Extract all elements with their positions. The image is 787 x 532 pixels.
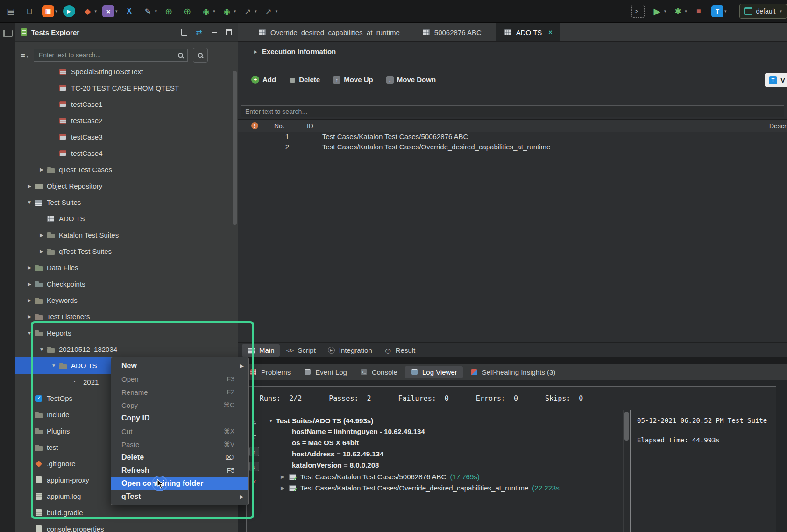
- tree-item[interactable]: ▶ Object Repository: [15, 178, 238, 194]
- menu-item[interactable]: Copy ID: [111, 412, 248, 425]
- log-testcase-row[interactable]: ▶ Test Cases/Katalon Test Cases/Override…: [281, 482, 617, 493]
- dropdown-caret-icon[interactable]: ▾: [115, 9, 118, 14]
- tab-integration[interactable]: Integration: [322, 344, 377, 357]
- tab-main[interactable]: Main: [242, 344, 280, 357]
- tab-override-desired-capabilities[interactable]: Override_desired_capabilities_at_runtime: [250, 23, 414, 41]
- move-up-button[interactable]: Move Up: [333, 76, 373, 84]
- tree-item[interactable]: ▶ Keywords: [15, 292, 238, 308]
- tree-item[interactable]: ADO TS: [15, 210, 238, 227]
- maximize-icon[interactable]: [225, 28, 233, 36]
- menu-item[interactable]: New ▶: [111, 359, 248, 372]
- clear-log-icon[interactable]: ×: [249, 476, 259, 486]
- expand-arrow-icon[interactable]: ▶: [281, 474, 288, 479]
- tree-item[interactable]: ▶ qTest Test Suites: [15, 243, 238, 259]
- menu-item[interactable]: Refresh F5: [111, 464, 248, 477]
- tab-console[interactable]: Console: [355, 366, 403, 378]
- spy-web-icon[interactable]: ⊕: [163, 5, 176, 17]
- export-report-icon[interactable]: ↗ ▾: [241, 5, 257, 17]
- expand-arrow-icon[interactable]: ▶: [25, 183, 34, 189]
- dropdown-caret-icon[interactable]: ▾: [213, 9, 215, 14]
- move-down-button[interactable]: Move Down: [386, 76, 436, 84]
- tree-item[interactable]: ▼ Test Suites: [15, 194, 238, 210]
- tree-item[interactable]: ▶ Test Listeners: [15, 308, 238, 325]
- tab-problems[interactable]: Problems: [244, 366, 296, 378]
- expand-all-icon[interactable]: ⇵: [249, 432, 259, 441]
- tab-event-log[interactable]: Event Log: [298, 366, 353, 378]
- testops-purple-icon[interactable]: × ▾: [102, 5, 118, 17]
- tab-self-healing-insights[interactable]: Self-healing Insights (3): [465, 366, 561, 378]
- explorer-scrollbar[interactable]: [233, 71, 237, 225]
- menu-item[interactable]: Copy ⌘C: [111, 399, 248, 412]
- test-case-search-input[interactable]: [241, 105, 784, 117]
- log-testcase-row[interactable]: ▶ Test Cases/Katalon Test Cases/50062876…: [281, 471, 617, 482]
- collapse-arrow-icon[interactable]: [254, 49, 257, 54]
- expand-arrow-icon[interactable]: ▼: [49, 363, 58, 368]
- link-with-editor-icon[interactable]: [180, 28, 188, 36]
- tab-script[interactable]: Script: [281, 344, 321, 357]
- expand-arrow-icon[interactable]: ▶: [37, 167, 46, 172]
- tab-ado-ts[interactable]: ADO TS ×: [496, 23, 560, 41]
- menu-item[interactable]: Open containing folder: [111, 477, 248, 490]
- delete-button[interactable]: Delete: [289, 76, 320, 84]
- expand-arrow-icon[interactable]: ▶: [37, 249, 46, 254]
- add-button[interactable]: Add: [251, 76, 276, 84]
- expand-arrow-icon[interactable]: ▶: [25, 281, 34, 287]
- refresh-icon[interactable]: ⇄: [195, 28, 203, 36]
- clipboard-icon[interactable]: ▤: [5, 5, 18, 17]
- close-tab-icon[interactable]: ×: [548, 28, 552, 36]
- previous-item-icon[interactable]: ↑: [249, 447, 259, 456]
- tree-item[interactable]: build.gradle: [15, 504, 238, 521]
- record-mobile-icon[interactable]: ◉ ▾: [221, 5, 236, 17]
- workspace-panel-icon[interactable]: [3, 30, 13, 37]
- menu-item[interactable]: Paste ⌘V: [111, 438, 248, 451]
- execution-information-section[interactable]: Execution Information: [254, 48, 336, 56]
- tree-item[interactable]: ▼ Reports: [15, 325, 238, 341]
- terminal-icon[interactable]: >_: [631, 5, 645, 18]
- menu-item[interactable]: qTest ▶: [111, 490, 248, 503]
- debug-icon[interactable]: ✱ ▾: [672, 5, 687, 17]
- tree-item[interactable]: ▶ Katalon Test Suites: [15, 227, 238, 243]
- tree-item[interactable]: console.properties: [15, 521, 238, 532]
- dropdown-caret-icon[interactable]: ▾: [685, 9, 687, 14]
- tree-item[interactable]: TC-20 TEST CASE FROM QTEST: [15, 80, 238, 96]
- export-package-icon[interactable]: ↗ ▾: [262, 5, 278, 17]
- next-item-icon[interactable]: ↓: [249, 462, 259, 471]
- dropdown-caret-icon[interactable]: ▾: [234, 9, 236, 14]
- testops-icon[interactable]: T ▾: [711, 5, 727, 17]
- tree-item[interactable]: testCase1: [15, 96, 238, 112]
- spy-mobile-icon[interactable]: ⊕: [181, 5, 194, 17]
- table-row[interactable]: 1 Test Cases/Katalon Test Cases/50062876…: [238, 131, 787, 141]
- dropdown-caret-icon[interactable]: ▾: [95, 9, 97, 14]
- dropdown-caret-icon[interactable]: ▾: [155, 9, 157, 14]
- trash-icon[interactable]: ⊔: [23, 5, 36, 17]
- menu-item[interactable]: Cut ⌘X: [111, 425, 248, 438]
- tree-item[interactable]: ▶ Checkpoints: [15, 276, 238, 292]
- git-commit-icon[interactable]: ◆ ▾: [82, 5, 97, 17]
- expand-arrow-icon[interactable]: ▶: [281, 485, 288, 490]
- table-row[interactable]: 2 Test Cases/Katalon Test Cases/Override…: [238, 141, 787, 152]
- xray-icon[interactable]: X: [123, 5, 136, 17]
- tree-item[interactable]: testCase4: [15, 145, 238, 161]
- expand-arrow-icon[interactable]: ▶: [25, 265, 34, 270]
- stop-icon[interactable]: ■: [693, 5, 706, 17]
- tab-result[interactable]: Result: [378, 344, 421, 357]
- dropdown-caret-icon[interactable]: ▾: [724, 9, 727, 14]
- send-feedback-icon[interactable]: ▶: [63, 5, 76, 17]
- expand-arrow-icon[interactable]: ▶: [25, 298, 34, 303]
- dropdown-caret-icon[interactable]: ▾: [55, 9, 57, 14]
- filter-icon[interactable]: [21, 51, 28, 59]
- search-input[interactable]: [34, 49, 188, 62]
- profile-selector[interactable]: default ▾: [739, 4, 787, 19]
- menu-item[interactable]: Open F3: [111, 372, 248, 385]
- collapse-all-icon[interactable]: ⇅: [249, 418, 259, 427]
- column-header-id[interactable]: ID: [304, 120, 766, 132]
- record-web-icon[interactable]: ◉ ▾: [200, 5, 215, 17]
- column-header-no[interactable]: No.: [271, 120, 304, 132]
- dropdown-caret-icon[interactable]: ▾: [255, 9, 257, 14]
- katalon-project-icon[interactable]: ▣ ▾: [42, 5, 57, 17]
- expand-arrow-icon[interactable]: ▼: [25, 200, 34, 205]
- expand-arrow-icon[interactable]: ▶: [37, 232, 46, 238]
- expand-arrow-icon[interactable]: ▶: [25, 314, 34, 319]
- log-scrollbar[interactable]: [623, 410, 630, 532]
- minimize-icon[interactable]: [210, 28, 218, 36]
